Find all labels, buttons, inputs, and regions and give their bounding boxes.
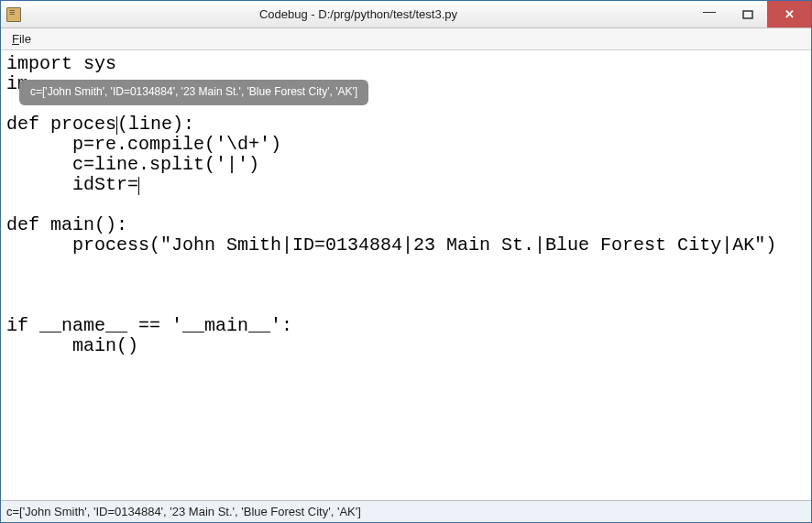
- statusbar: c=['John Smith', 'ID=0134884', '23 Main …: [1, 500, 811, 522]
- code-line: import sys: [6, 53, 116, 74]
- code-line: if __name__ == '__main__':: [6, 315, 292, 336]
- status-text: c=['John Smith', 'ID=0134884', '23 Main …: [6, 505, 361, 518]
- window-title: Codebug - D:/prg/python/test/test3.py: [27, 7, 690, 21]
- menu-file-underline: F: [12, 32, 19, 46]
- svg-rect-0: [743, 11, 752, 18]
- app-window: Codebug - D:/prg/python/test/test3.py — …: [0, 0, 812, 523]
- menu-file[interactable]: File: [6, 30, 37, 48]
- close-button[interactable]: ✕: [767, 1, 811, 27]
- code-line: c=line.split('|'): [6, 154, 259, 175]
- menubar: File: [1, 28, 811, 50]
- code-line: idStr=: [6, 174, 138, 195]
- minimize-button[interactable]: —: [690, 1, 729, 27]
- secondary-caret: [116, 116, 117, 135]
- code-line: p=re.compile('\d+'): [6, 134, 281, 155]
- code-line: process("John Smith|ID=0134884|23 Main S…: [72, 234, 776, 256]
- window-controls: — ✕: [690, 1, 811, 27]
- debug-tooltip-text: c=['John Smith', 'ID=0134884', '23 Main …: [30, 85, 357, 98]
- debug-tooltip: c=['John Smith', 'ID=0134884', '23 Main …: [19, 80, 368, 105]
- code-line: def main():: [6, 214, 127, 235]
- code-editor[interactable]: import sys im def proces(line): p=re.com…: [1, 50, 811, 500]
- app-icon: [6, 7, 21, 22]
- code-line: main(): [6, 335, 138, 356]
- text-caret: [138, 177, 139, 195]
- code-line: [6, 234, 72, 256]
- code-line: def proces: [6, 114, 116, 135]
- maximize-button[interactable]: [729, 1, 767, 27]
- code-line: (line):: [117, 114, 194, 135]
- menu-file-rest: ile: [19, 32, 31, 46]
- titlebar[interactable]: Codebug - D:/prg/python/test/test3.py — …: [1, 1, 811, 28]
